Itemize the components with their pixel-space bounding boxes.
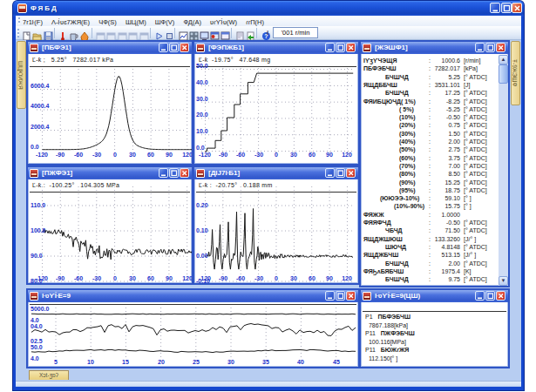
svg-text:-60: -60	[236, 152, 245, 158]
svg-text:30: 30	[290, 275, 297, 281]
svg-text:60: 60	[147, 275, 154, 281]
svg-text:10: 10	[87, 359, 94, 365]
svg-text:-30: -30	[92, 275, 101, 281]
svg-text:-30: -30	[254, 275, 263, 281]
svg-text:15: 15	[122, 359, 129, 365]
svg-text:-90: -90	[56, 152, 64, 158]
svg-text:50.0: 50.0	[31, 344, 43, 350]
svg-text:40.0: 40.0	[196, 79, 208, 85]
svg-text:10.0: 10.0	[196, 128, 208, 134]
svg-text:-60: -60	[236, 275, 245, 281]
svg-text:0.20: 0.20	[196, 202, 208, 208]
svg-text:120: 120	[182, 152, 192, 158]
svg-text:90: 90	[166, 152, 173, 158]
svg-text:30: 30	[129, 152, 136, 158]
svg-text:30: 30	[290, 152, 297, 158]
svg-text:35: 35	[262, 359, 269, 365]
svg-text:04.0: 04.0	[31, 323, 43, 329]
svg-text:30: 30	[129, 275, 136, 281]
svg-text:-90: -90	[56, 275, 64, 281]
svg-text:2000.4: 2000.4	[31, 124, 50, 130]
svg-text:90: 90	[326, 152, 333, 158]
svg-text:25: 25	[193, 359, 200, 365]
svg-text:60: 60	[309, 275, 315, 281]
svg-text:0: 0	[113, 275, 117, 281]
svg-text:-120: -120	[199, 152, 211, 158]
svg-text:30.0: 30.0	[196, 96, 208, 102]
svg-text:110.0: 110.0	[31, 202, 45, 208]
svg-text:45: 45	[333, 359, 340, 365]
svg-text:120: 120	[182, 275, 192, 281]
svg-text:4000.4: 4000.4	[31, 103, 50, 109]
svg-text:4.0: 4.0	[31, 317, 39, 323]
svg-text:-30: -30	[254, 152, 263, 158]
svg-text:0: 0	[113, 152, 117, 158]
svg-text:5000.0: 5000.0	[31, 306, 50, 312]
svg-text:0.0: 0.0	[196, 145, 205, 151]
svg-text:0.00: 0.00	[196, 253, 208, 259]
svg-text:-90: -90	[219, 152, 227, 158]
svg-text:60: 60	[309, 152, 315, 158]
svg-text:20.0: 20.0	[196, 112, 208, 118]
svg-text:-30: -30	[92, 152, 101, 158]
svg-text:5: 5	[54, 359, 58, 365]
svg-text:6000.4: 6000.4	[31, 83, 50, 89]
svg-text:4.0: 4.0	[31, 355, 39, 362]
svg-text:-120: -120	[199, 275, 211, 281]
svg-text:120: 120	[342, 152, 352, 158]
svg-text:0: 0	[275, 152, 278, 158]
svg-text:20: 20	[158, 359, 165, 365]
svg-text:-60: -60	[74, 152, 83, 158]
svg-text:30: 30	[227, 359, 234, 365]
svg-text:-120: -120	[36, 275, 48, 281]
svg-text:-120: -120	[36, 152, 48, 158]
svg-text:60: 60	[147, 152, 154, 158]
svg-text:40: 40	[297, 359, 304, 365]
svg-text:0: 0	[275, 275, 278, 281]
svg-text:90.0: 90.0	[31, 253, 43, 259]
svg-text:120: 120	[342, 275, 352, 281]
svg-text:0.0: 0.0	[31, 144, 39, 150]
svg-text:90: 90	[166, 275, 173, 281]
svg-text:02.5: 02.5	[31, 338, 43, 344]
svg-text:50.0: 50.0	[196, 63, 208, 69]
svg-text:-90: -90	[219, 275, 227, 281]
svg-text:-60: -60	[74, 275, 83, 281]
svg-text:0.10: 0.10	[196, 227, 208, 233]
svg-text:90: 90	[326, 275, 333, 281]
svg-text:100.0: 100.0	[31, 227, 46, 233]
